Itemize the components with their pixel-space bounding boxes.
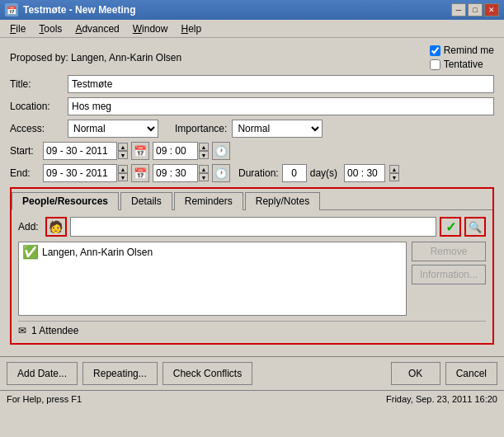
check-conflicts-button[interactable]: Check Conflicts [163, 362, 252, 385]
add-search-button[interactable]: 🔍 [464, 217, 486, 237]
title-bar: 📅 Testmøte - New Meeting ─ □ ✕ [0, 0, 504, 20]
duration-group: Duration: day(s) ▲ ▼ [238, 164, 401, 182]
title-row: Title: [10, 75, 494, 93]
start-time-input[interactable] [156, 145, 191, 157]
proposed-by-value: Langen, Ann-Karin Olsen [71, 52, 181, 63]
duration-down[interactable]: ▼ [389, 173, 399, 181]
attendee-count: 1 Attendee [31, 325, 78, 336]
add-person-input[interactable] [70, 217, 436, 237]
remind-label: Remind me [444, 45, 494, 56]
end-time-up[interactable]: ▲ [199, 165, 209, 173]
start-date-up[interactable]: ▲ [118, 143, 128, 151]
close-button[interactable]: ✕ [484, 3, 499, 16]
end-time-spinner: ▲ ▼ [199, 165, 210, 181]
menu-file[interactable]: File [3, 21, 32, 36]
minimize-button[interactable]: ─ [451, 3, 466, 16]
window-title: Testmøte - New Meeting [23, 4, 451, 16]
duration-up[interactable]: ▲ [389, 165, 399, 173]
start-time-field [153, 142, 198, 160]
add-date-button[interactable]: Add Date... [7, 362, 78, 385]
start-time-up[interactable]: ▲ [199, 143, 209, 151]
menu-window[interactable]: Window [126, 21, 175, 36]
add-person-button[interactable]: 🧑 [45, 217, 67, 237]
duration-time-input[interactable] [347, 167, 379, 179]
tab-reminders[interactable]: Reminders [174, 192, 243, 210]
tentative-checkbox[interactable] [430, 59, 440, 70]
start-row: Start: ▲ ▼ 📅 ▲ ▼ 🕐 [10, 142, 494, 160]
end-time-down[interactable]: ▼ [199, 173, 209, 181]
menu-tools[interactable]: Tools [32, 21, 68, 36]
tab-people-resources[interactable]: People/Resources [12, 192, 119, 210]
location-input[interactable] [68, 97, 494, 115]
days-label: day(s) [310, 167, 337, 179]
attendee-list[interactable]: ✅ Langen, Ann-Karin Olsen [18, 242, 407, 316]
help-text: For Help, press F1 [7, 394, 82, 404]
start-clock-button[interactable]: 🕐 [212, 142, 230, 160]
person-icon: 🧑 [49, 220, 63, 233]
app-icon: 📅 [5, 3, 18, 16]
title-label: Title: [10, 78, 68, 90]
add-label: Add: [18, 221, 39, 233]
end-calendar-button[interactable]: 📅 [131, 164, 149, 182]
start-date-field [43, 142, 117, 160]
clock-icon: 🕐 [214, 145, 228, 157]
remind-row: Remind me [430, 45, 494, 56]
tabbed-panel: People/Resources Details Reminders Reply… [10, 187, 494, 345]
menu-advanced[interactable]: Advanced [68, 21, 125, 36]
add-row: Add: 🧑 ✓ 🔍 [18, 217, 486, 237]
start-date-down[interactable]: ▼ [118, 151, 128, 159]
importance-select[interactable]: Normal High Low [232, 120, 323, 138]
end-date-input[interactable] [46, 167, 111, 179]
end-date-up[interactable]: ▲ [118, 165, 128, 173]
attendee-count-row: ✉ 1 Attendee [18, 321, 486, 336]
duration-spinner: ▲ ▼ [389, 165, 401, 181]
cancel-button[interactable]: Cancel [445, 362, 497, 385]
tabs: People/Resources Details Reminders Reply… [12, 189, 492, 210]
datetime-text: Friday, Sep. 23, 2011 16:20 [386, 394, 497, 404]
end-row: End: ▲ ▼ 📅 ▲ ▼ 🕐 Duration: day(s) [10, 164, 494, 182]
restore-button[interactable]: □ [468, 3, 483, 16]
menu-help[interactable]: Help [174, 21, 208, 36]
tab-reply-notes[interactable]: Reply/Notes [245, 192, 320, 210]
importance-label: Importance: [175, 123, 227, 134]
end-time-field [153, 164, 198, 182]
remind-checkbox[interactable] [430, 45, 440, 56]
end-date-spinner: ▲ ▼ [118, 165, 130, 181]
checkbox-group: Remind me Tentative [430, 45, 494, 70]
proposed-by-row: Proposed by: Langen, Ann-Karin Olsen Rem… [10, 45, 494, 70]
start-calendar-button[interactable]: 📅 [131, 142, 149, 160]
end-label: End: [10, 167, 43, 179]
tentative-label: Tentative [444, 59, 483, 70]
attendee-name: Langen, Ann-Karin Olsen [42, 247, 153, 258]
end-clock-button[interactable]: 🕐 [212, 164, 230, 182]
checkmark-icon: ✓ [445, 219, 456, 235]
duration-input[interactable] [282, 164, 307, 182]
start-time-down[interactable]: ▼ [199, 151, 209, 159]
access-label: Access: [10, 123, 68, 134]
access-importance-row: Access: Normal Confidential Private Impo… [10, 120, 494, 138]
information-button[interactable]: Information... [412, 265, 486, 284]
tentative-row: Tentative [430, 59, 494, 70]
remove-button[interactable]: Remove [412, 242, 486, 261]
proposed-by-label: Proposed by: [10, 52, 68, 63]
add-check-button[interactable]: ✓ [440, 217, 461, 237]
ok-button[interactable]: OK [391, 362, 440, 385]
access-select[interactable]: Normal Confidential Private [68, 120, 158, 138]
title-bar-controls: ─ □ ✕ [451, 3, 499, 16]
end-date-down[interactable]: ▼ [118, 173, 128, 181]
title-input[interactable] [68, 75, 494, 93]
attendee-check-icon: ✅ [22, 244, 39, 260]
end-calendar-icon: 📅 [134, 167, 147, 180]
location-label: Location: [10, 101, 68, 112]
main-content: Proposed by: Langen, Ann-Karin Olsen Rem… [0, 38, 504, 356]
start-date-input[interactable] [46, 145, 111, 157]
calendar-icon: 📅 [134, 145, 147, 157]
tab-details[interactable]: Details [120, 192, 172, 210]
list-item: ✅ Langen, Ann-Karin Olsen [19, 242, 406, 261]
start-date-spinner: ▲ ▼ [118, 143, 130, 159]
duration-label: Duration: [238, 167, 279, 179]
end-date-field [43, 164, 117, 182]
repeating-button[interactable]: Repeating... [82, 362, 158, 385]
panel-body: Add: 🧑 ✓ 🔍 ✅ Langen, Ann-Karin Olsen [12, 210, 492, 343]
end-time-input[interactable] [156, 167, 191, 179]
